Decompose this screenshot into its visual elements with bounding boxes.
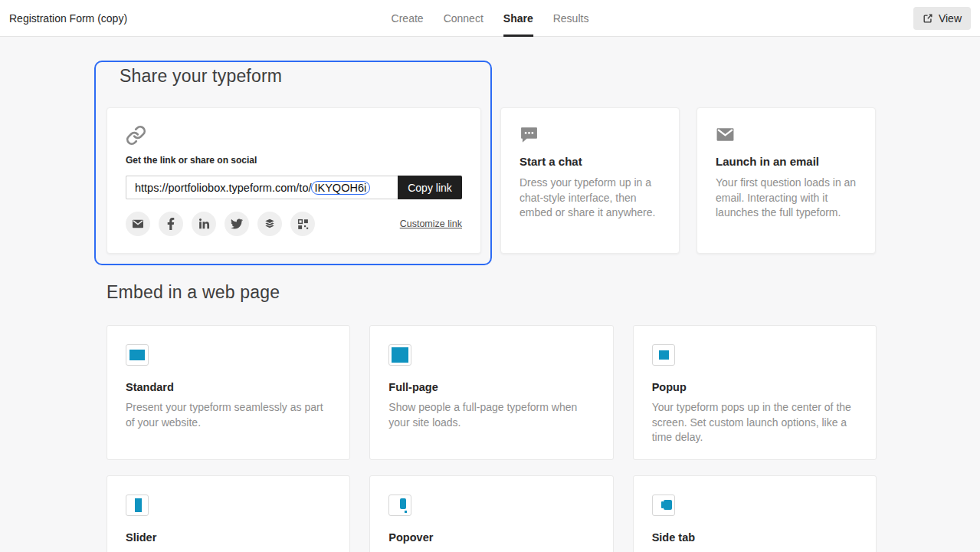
embed-fullpage-desc: Show people a full-page typeform when yo… [388,400,594,430]
customize-link[interactable]: Customize link [400,219,462,229]
view-button-label: View [939,12,962,25]
start-chat-card[interactable]: Start a chat Dress your typeform up in a… [500,107,680,254]
launch-email-card[interactable]: Launch in an email Your first question l… [696,107,876,254]
standard-embed-icon [126,344,149,366]
share-email-button[interactable] [126,212,150,236]
external-link-icon [923,13,933,24]
embed-slider-title: Slider [126,531,331,544]
chat-bubble-icon [519,125,660,145]
tab-create[interactable]: Create [392,0,424,37]
url-id-highlight: IKYQOH6i [311,181,371,195]
start-chat-desc: Dress your typeform up in a chat-style i… [519,176,660,221]
popup-embed-icon [652,344,675,366]
qr-code-icon [297,219,309,230]
embed-slider-card[interactable]: Slider [107,475,350,552]
tab-share[interactable]: Share [503,0,533,37]
email-icon [132,218,144,230]
embed-sidetab-card[interactable]: Side tab [633,475,877,552]
embed-popup-card[interactable]: Popup Your typeform pops up in the cente… [633,325,877,460]
slider-embed-icon [126,495,149,516]
embed-popover-card[interactable]: Popover Open as a floating popover when … [369,475,613,552]
get-link-card: Get the link or share on social https://… [107,107,481,254]
share-facebook-button[interactable] [159,212,183,236]
tab-connect[interactable]: Connect [444,0,483,37]
launch-email-title: Launch in an email [716,155,857,168]
side-tab-embed-icon [652,495,675,516]
launch-email-desc: Your first question loads in an email. I… [716,176,857,221]
tab-results[interactable]: Results [553,0,589,37]
embed-section-heading: Embed in a web page [107,282,280,303]
embed-sidetab-title: Side tab [652,531,857,544]
facebook-icon [167,218,175,230]
share-buffer-button[interactable] [257,212,282,236]
embed-fullpage-card[interactable]: Full-page Show people a full-page typefo… [369,325,613,460]
embed-standard-title: Standard [126,381,331,393]
popover-embed-icon [388,495,411,516]
share-section-heading: Share your typeform [120,66,282,87]
share-twitter-button[interactable] [225,212,249,236]
envelope-icon [716,125,857,145]
url-prefix: https://portfoliobox.typeform.com/to/ [135,182,312,194]
link-icon [126,125,462,145]
embed-popup-title: Popup [652,381,857,393]
social-share-row: Customize link [126,212,462,236]
copy-link-button[interactable]: Copy link [398,176,462,199]
embed-standard-desc: Present your typeform seamlessly as part… [126,400,331,430]
top-bar: Registration Form (copy) Create Connect … [0,0,980,37]
embed-standard-card[interactable]: Standard Present your typeform seamlessl… [107,325,350,460]
url-row: https://portfoliobox.typeform.com/to/IKY… [126,176,462,199]
embed-options-grid: Standard Present your typeform seamlessl… [107,325,877,552]
share-page: Share your typeform Get the link or shar… [0,37,980,552]
form-title: Registration Form (copy) [9,12,127,25]
share-linkedin-button[interactable] [192,212,216,236]
embed-popup-desc: Your typeform pops up in the center of t… [652,400,857,445]
full-page-embed-icon [388,344,411,366]
linkedin-icon [198,219,210,230]
buffer-icon [264,218,276,230]
start-chat-title: Start a chat [519,155,660,168]
embed-popover-title: Popover [388,531,594,544]
view-button[interactable]: View [913,7,971,30]
main-tabs: Create Connect Share Results [392,0,589,37]
twitter-icon [231,218,243,230]
embed-fullpage-title: Full-page [388,381,594,393]
typeform-url-field[interactable]: https://portfoliobox.typeform.com/to/IKY… [126,176,398,199]
link-card-label: Get the link or share on social [126,155,462,166]
share-qr-code-button[interactable] [290,212,315,236]
